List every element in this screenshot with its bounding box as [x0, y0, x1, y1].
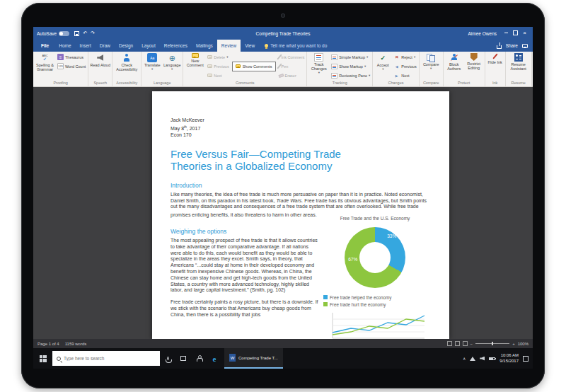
edge-button[interactable]: e	[207, 348, 222, 369]
maximize-button[interactable]	[511, 27, 520, 40]
byline: Jack McKeever May 8th, 2017 Econ 170	[171, 117, 429, 139]
tab-draw[interactable]: Draw	[96, 40, 115, 52]
print-layout-view-icon[interactable]	[455, 341, 460, 346]
track-changes-button[interactable]: Track Changes ▾	[308, 52, 330, 74]
comments-icon[interactable]	[522, 44, 528, 48]
eraser-button[interactable]: Eraser	[277, 71, 306, 80]
word-count-button[interactable]: 123Word Count	[56, 62, 87, 71]
hide-ink-button[interactable]: Hide Ink	[486, 52, 504, 64]
translate-button[interactable]: Aa Translate ▾	[142, 52, 162, 71]
read-mode-view-icon[interactable]	[447, 341, 452, 346]
dropdown-icon: ▾	[151, 68, 153, 71]
accept-button[interactable]: ✓ Accept ▾	[374, 52, 392, 71]
taskbar-clock[interactable]: 10:06 AM 9/15/2017	[499, 353, 519, 364]
tab-layout[interactable]: Layout	[137, 40, 160, 52]
next-change-button[interactable]: ▶Next	[392, 71, 417, 80]
reject-icon: ×	[393, 54, 400, 60]
thesaurus-button[interactable]: ≡Thesaurus	[56, 52, 87, 62]
minimize-button[interactable]	[502, 27, 511, 40]
compare-button[interactable]: Compare ▾	[420, 52, 442, 70]
share-button[interactable]: Share	[506, 43, 518, 48]
show-comments-button[interactable]: Show Comments	[232, 62, 276, 71]
resume-assistant-button[interactable]: Resume Assistant	[507, 52, 531, 71]
tab-mailings[interactable]: Mailings	[192, 40, 217, 52]
autosave-toggle[interactable]: AutoSave	[37, 31, 69, 36]
wifi-icon[interactable]	[470, 357, 475, 361]
previous-comment-button[interactable]: Previous	[206, 62, 230, 71]
previous-change-button[interactable]: ◀Previous	[392, 62, 417, 71]
translate-icon: Aa	[147, 53, 157, 62]
pen-button[interactable]: Pen	[277, 62, 306, 71]
read-aloud-icon	[96, 53, 105, 62]
tab-file[interactable]: File	[35, 40, 54, 52]
ribbon-group-accessibility: Check Accessibility Accessibility	[112, 52, 142, 86]
reviewing-pane-dropdown[interactable]: Reviewing Pane▾	[330, 71, 371, 80]
account-user[interactable]: Aimee Owens	[468, 31, 497, 36]
tab-references[interactable]: References	[160, 40, 192, 52]
delete-comment-button[interactable]: Delete▾	[206, 52, 230, 62]
tab-insert[interactable]: Insert	[76, 40, 96, 52]
zoom-slider-thumb[interactable]	[492, 342, 493, 345]
document-title: Free Versus Fair—Competing Trade Theorie…	[171, 148, 429, 173]
task-view-button[interactable]	[175, 348, 191, 369]
web-layout-view-icon[interactable]	[463, 341, 468, 346]
page-indicator[interactable]: Page 1 of 4	[37, 342, 59, 346]
quick-access-toolbar: ↶ ↷	[74, 30, 95, 36]
tell-me-box[interactable]: Tell me what you want to do	[259, 40, 327, 52]
word-count-indicator[interactable]: 1159 words	[65, 342, 87, 346]
word-taskbar-label: Competing Trade T...	[238, 356, 278, 360]
hide-ink-icon	[492, 53, 497, 59]
ink-group-label: Ink	[486, 80, 504, 86]
ink-comment-button[interactable]: Ink Comment	[277, 52, 306, 62]
paragraph-1: Like many theories, the idea of free tra…	[171, 192, 429, 210]
language-button[interactable]: ⊕ Language ▾	[162, 52, 182, 71]
undo-button[interactable]: ↶	[83, 30, 87, 36]
ribbon-group-proofing: ABC✓ Spelling & Grammar ≡Thesaurus 123Wo…	[33, 52, 88, 86]
tab-design[interactable]: Design	[115, 40, 137, 52]
ribbon-group-resume: Resume Assistant Resume	[506, 52, 532, 86]
block-authors-button[interactable]: Block Authors	[444, 52, 464, 71]
ribbon-group-protect: Block Authors Restrict Editing Protect	[444, 52, 485, 86]
simple-markup-dropdown[interactable]: Simple Markup▾	[330, 52, 371, 62]
check-accessibility-button[interactable]: Check Accessibility	[113, 52, 140, 71]
system-tray: ∧ 10:06 AM 9/15/2017	[463, 353, 533, 364]
search-icon	[57, 357, 61, 361]
zoom-in-button[interactable]: +	[512, 342, 515, 346]
next-comment-button[interactable]: Next	[206, 71, 230, 80]
volume-icon[interactable]	[480, 357, 485, 361]
microphone-icon	[167, 357, 169, 360]
zoom-level[interactable]: 100%	[518, 342, 529, 346]
taskbar-search[interactable]	[52, 351, 160, 366]
people-button[interactable]	[191, 348, 207, 369]
word-taskbar-button[interactable]: W Competing Trade T...	[224, 348, 283, 369]
spelling-grammar-button[interactable]: ABC✓ Spelling & Grammar	[34, 52, 56, 71]
show-comments-icon	[236, 64, 241, 68]
action-center-icon[interactable]	[523, 356, 529, 362]
zoom-slider[interactable]	[475, 343, 509, 344]
lightbulb-icon	[265, 44, 268, 47]
tab-review[interactable]: Review	[217, 40, 241, 52]
close-button[interactable]: ×	[520, 27, 529, 40]
zoom-out-button[interactable]: −	[470, 342, 473, 346]
accessibility-group-label: Accessibility	[113, 80, 140, 86]
search-input[interactable]	[64, 356, 142, 361]
tab-home[interactable]: Home	[54, 40, 75, 52]
save-icon[interactable]	[74, 31, 79, 36]
front-camera	[281, 13, 285, 18]
read-aloud-button[interactable]: Read Aloud	[89, 52, 111, 67]
tab-view[interactable]: View	[241, 40, 259, 52]
document-canvas: Jack McKeever May 8th, 2017 Econ 170 Fre…	[33, 87, 533, 339]
restrict-editing-button[interactable]: Restrict Editing	[464, 52, 484, 70]
chart-object[interactable]: Free Trade and the U.S. Economy 33% 67% …	[320, 216, 429, 339]
reject-button[interactable]: ×Reject▾	[392, 52, 417, 62]
new-comment-button[interactable]: New Comment	[184, 52, 206, 67]
document-page[interactable]: Jack McKeever May 8th, 2017 Econ 170 Fre…	[152, 91, 449, 339]
show-markup-dropdown[interactable]: Show Markup▾	[330, 62, 371, 71]
battery-icon[interactable]	[489, 357, 495, 360]
start-button[interactable]	[33, 348, 52, 369]
chart-legend: Free trade helped the economy Free trade…	[320, 294, 429, 308]
cortana-mic-button[interactable]	[160, 348, 175, 369]
show-markup-icon	[331, 64, 337, 69]
hidden-icons-button[interactable]: ∧	[463, 356, 466, 361]
redo-button[interactable]: ↷	[91, 30, 95, 36]
